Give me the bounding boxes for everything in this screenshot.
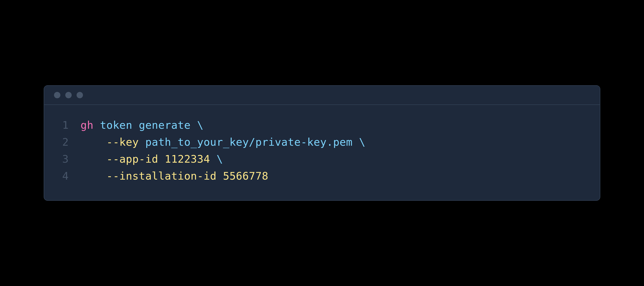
titlebar bbox=[44, 86, 600, 105]
indent bbox=[80, 134, 106, 151]
close-icon[interactable] bbox=[54, 92, 60, 98]
line-number: 2 bbox=[54, 134, 69, 151]
terminal-window: 1gh token generate \2 --key path_to_your… bbox=[44, 85, 600, 200]
maximize-icon[interactable] bbox=[76, 92, 83, 98]
line-content: gh token generate \ bbox=[80, 117, 204, 134]
code-token: --key bbox=[106, 136, 139, 148]
code-token: --installation-id bbox=[106, 170, 217, 182]
line-number: 1 bbox=[54, 117, 69, 134]
code-block: 1gh token generate \2 --key path_to_your… bbox=[44, 105, 600, 200]
code-token: \ bbox=[359, 136, 366, 148]
indent bbox=[80, 168, 106, 184]
code-token: --app-id bbox=[106, 153, 158, 165]
minimize-icon[interactable] bbox=[65, 92, 72, 98]
code-token: gh bbox=[80, 119, 94, 131]
code-line: 4 --installation-id 5566778 bbox=[54, 168, 590, 184]
code-token: \ bbox=[216, 153, 223, 165]
code-line: 2 --key path_to_your_key/private-key.pem… bbox=[54, 134, 590, 151]
line-number: 4 bbox=[54, 168, 69, 184]
code-token: token generate bbox=[94, 119, 197, 131]
code-line: 3 --app-id 1122334 \ bbox=[54, 151, 590, 168]
code-token: 1122334 bbox=[158, 153, 217, 165]
code-token: 5566778 bbox=[216, 170, 268, 182]
code-line: 1gh token generate \ bbox=[54, 117, 590, 134]
code-token: \ bbox=[197, 119, 204, 131]
line-content: --key path_to_your_key/private-key.pem \ bbox=[80, 134, 366, 151]
line-content: --app-id 1122334 \ bbox=[80, 151, 223, 168]
code-token: path_to_your_key/private-key.pem bbox=[139, 136, 359, 148]
indent bbox=[80, 151, 106, 168]
line-number: 3 bbox=[54, 151, 69, 168]
line-content: --installation-id 5566778 bbox=[80, 168, 268, 184]
